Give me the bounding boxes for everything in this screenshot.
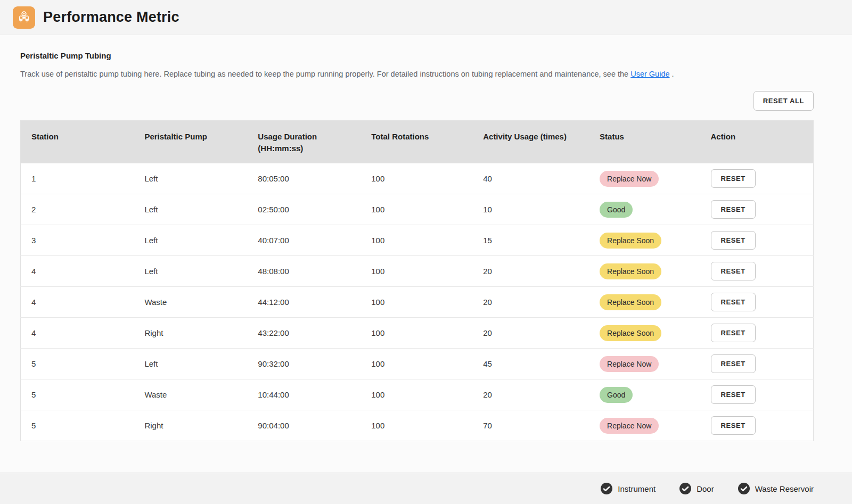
footer-item-label: Door xyxy=(697,484,714,493)
table-header-row: StationPeristaltic PumpUsage Duration(HH… xyxy=(21,121,814,163)
footer-item-label: Instrument xyxy=(618,484,656,493)
pump-instrument-icon xyxy=(16,10,32,26)
reset-button[interactable]: RESET xyxy=(711,169,756,188)
cell-rotations: 100 xyxy=(361,163,472,194)
cell-rotations: 100 xyxy=(361,225,472,256)
cell-status: Good xyxy=(589,379,700,410)
cell-action: RESET xyxy=(700,225,814,256)
table-row: 5Right90:04:0010070Replace NowRESET xyxy=(21,410,814,441)
cell-status: Replace Soon xyxy=(589,287,700,318)
cell-action: RESET xyxy=(700,163,814,194)
cell-pump: Right xyxy=(134,318,247,349)
cell-pump: Left xyxy=(134,163,247,194)
table-row: 5Left90:32:0010045Replace NowRESET xyxy=(21,349,814,379)
cell-usage: 40 xyxy=(472,163,589,194)
table-row: 4Left48:08:0010020Replace SoonRESET xyxy=(21,256,814,287)
cell-pump: Waste xyxy=(134,287,247,318)
column-header-action: Action xyxy=(700,121,814,163)
table-body: 1Left80:05:0010040Replace NowRESET2Left0… xyxy=(21,163,814,441)
status-badge: Good xyxy=(600,387,633,403)
reset-button[interactable]: RESET xyxy=(711,262,756,280)
cell-duration: 10:44:00 xyxy=(247,379,361,410)
column-header-status: Status xyxy=(589,121,700,163)
footer-item-waste-reservoir: Waste Reservoir xyxy=(738,482,814,495)
reset-button[interactable]: RESET xyxy=(711,416,756,435)
table-row: 2Left02:50:0010010GoodRESET xyxy=(21,194,814,225)
cell-station: 4 xyxy=(21,287,134,318)
cell-action: RESET xyxy=(700,349,814,379)
cell-action: RESET xyxy=(700,256,814,287)
table-row: 4Waste44:12:0010020Replace SoonRESET xyxy=(21,287,814,318)
cell-duration: 43:22:00 xyxy=(247,318,361,349)
cell-duration: 48:08:00 xyxy=(247,256,361,287)
cell-duration: 80:05:00 xyxy=(247,163,361,194)
description-text-after: . xyxy=(670,70,674,78)
footer-status-bar: InstrumentDoorWaste Reservoir xyxy=(0,473,852,504)
table-row: 4Right43:22:0010020Replace SoonRESET xyxy=(21,318,814,349)
cell-rotations: 100 xyxy=(361,379,472,410)
description-text: Track use of peristaltic pump tubing her… xyxy=(20,70,630,78)
cell-pump: Left xyxy=(134,349,247,379)
reset-button[interactable]: RESET xyxy=(711,385,756,404)
column-header-rotations: Total Rotations xyxy=(361,121,472,163)
cell-rotations: 100 xyxy=(361,194,472,225)
cell-usage: 20 xyxy=(472,256,589,287)
footer-item-door: Door xyxy=(679,482,714,495)
check-circle-icon xyxy=(600,482,613,495)
cell-pump: Waste xyxy=(134,379,247,410)
cell-usage: 20 xyxy=(472,287,589,318)
reset-button[interactable]: RESET xyxy=(711,324,756,342)
cell-status: Replace Soon xyxy=(589,318,700,349)
table-row: 1Left80:05:0010040Replace NowRESET xyxy=(21,163,814,194)
cell-action: RESET xyxy=(700,194,814,225)
cell-pump: Left xyxy=(134,256,247,287)
cell-status: Replace Now xyxy=(589,349,700,379)
cell-status: Replace Soon xyxy=(589,256,700,287)
cell-pump: Left xyxy=(134,225,247,256)
user-guide-link[interactable]: User Guide xyxy=(630,70,669,78)
cell-rotations: 100 xyxy=(361,256,472,287)
cell-status: Good xyxy=(589,194,700,225)
cell-action: RESET xyxy=(700,318,814,349)
column-header-usage: Activity Usage (times) xyxy=(472,121,589,163)
reset-all-button[interactable]: RESET ALL xyxy=(753,91,814,111)
footer-item-label: Waste Reservoir xyxy=(755,484,814,493)
cell-usage: 20 xyxy=(472,318,589,349)
footer-status-items: InstrumentDoorWaste Reservoir xyxy=(600,482,814,495)
reset-button[interactable]: RESET xyxy=(711,200,756,219)
status-badge: Replace Now xyxy=(600,171,659,187)
section-description: Track use of peristaltic pump tubing her… xyxy=(20,69,814,79)
column-header-pump: Peristaltic Pump xyxy=(134,121,247,163)
cell-rotations: 100 xyxy=(361,318,472,349)
status-badge: Replace Now xyxy=(600,418,659,434)
cell-duration: 90:04:00 xyxy=(247,410,361,441)
table-row: 5Waste10:44:0010020GoodRESET xyxy=(21,379,814,410)
cell-action: RESET xyxy=(700,410,814,441)
table-row: 3Left40:07:0010015Replace SoonRESET xyxy=(21,225,814,256)
cell-rotations: 100 xyxy=(361,349,472,379)
column-header-station: Station xyxy=(21,121,134,163)
column-header-duration: Usage Duration(HH:mm:ss) xyxy=(247,121,361,163)
page-title: Performance Metric xyxy=(43,9,179,26)
reset-button[interactable]: RESET xyxy=(711,231,756,250)
toolbar: RESET ALL xyxy=(20,91,814,111)
reset-button[interactable]: RESET xyxy=(711,354,756,373)
table-container: StationPeristaltic PumpUsage Duration(HH… xyxy=(20,120,814,441)
reset-button[interactable]: RESET xyxy=(711,293,756,311)
cell-rotations: 100 xyxy=(361,287,472,318)
cell-duration: 44:12:00 xyxy=(247,287,361,318)
cell-usage: 70 xyxy=(472,410,589,441)
top-bar: Performance Metric xyxy=(0,0,852,35)
cell-pump: Left xyxy=(134,194,247,225)
cell-pump: Right xyxy=(134,410,247,441)
cell-usage: 15 xyxy=(472,225,589,256)
cell-usage: 20 xyxy=(472,379,589,410)
section-title: Peristaltic Pump Tubing xyxy=(20,51,814,60)
cell-action: RESET xyxy=(700,287,814,318)
cell-status: Replace Now xyxy=(589,163,700,194)
app-logo xyxy=(13,6,35,29)
cell-duration: 02:50:00 xyxy=(247,194,361,225)
cell-status: Replace Now xyxy=(589,410,700,441)
cell-duration: 90:32:00 xyxy=(247,349,361,379)
main-content: Peristaltic Pump Tubing Track use of per… xyxy=(0,35,852,473)
